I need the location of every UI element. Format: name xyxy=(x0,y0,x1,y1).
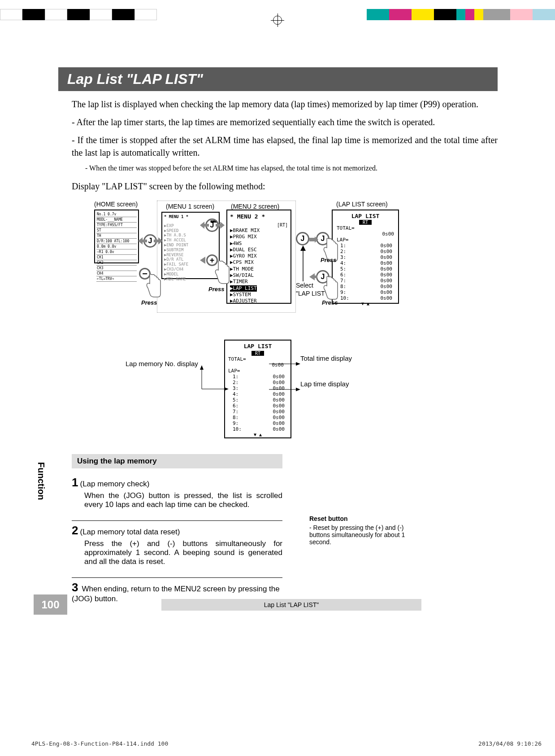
menu2-screen-label: (MENU 2 screen) xyxy=(231,203,279,210)
home-screen-label: (HOME screen) xyxy=(94,201,138,208)
display-method-heading: Display "LAP LIST" screen by the followi… xyxy=(58,181,498,192)
intro-para-1: The lap list is displayed when checking … xyxy=(58,98,498,110)
step-title: (Lap memory total data reset) xyxy=(80,528,180,536)
function-section-tab: Function xyxy=(36,462,46,500)
reset-button-note: Reset button - Reset by pressing the (+)… xyxy=(309,515,426,546)
intro-para-3: - If the timer is stopped after the set … xyxy=(58,134,498,159)
hand-press-icon xyxy=(143,272,164,299)
callout-arrow-icon xyxy=(202,364,229,391)
step-title: (Lap memory check) xyxy=(80,480,149,488)
svg-marker-4 xyxy=(200,257,205,264)
press-label: Press xyxy=(321,257,336,263)
callout-arrow-icon xyxy=(269,384,300,385)
svg-marker-1 xyxy=(154,237,163,245)
svg-marker-14 xyxy=(224,387,229,391)
hand-press-icon xyxy=(212,259,232,286)
callout-total-time: Total time display xyxy=(300,354,352,362)
jog-button-icon: J xyxy=(296,232,309,245)
svg-marker-0 xyxy=(138,237,147,245)
bidir-arrow-icon xyxy=(138,236,163,246)
hand-press-icon xyxy=(321,275,341,302)
up-arrow-line-icon xyxy=(300,245,306,281)
section-title: Lap List "LAP LIST" xyxy=(58,67,498,91)
press-label: Press xyxy=(141,299,157,306)
menu2-screen-mock: * MENU 2 * [RT] ▶BRAKE MIX▶PROG MIX▶4WS▶… xyxy=(226,210,291,304)
page-number-box: 100 xyxy=(34,594,67,615)
laplist-detail-diagram: LAP LIST RT TOTAL= 0s00 LAP= 1:0s002:0s0… xyxy=(72,337,484,445)
using-lap-memory-header: Using the lap memory xyxy=(72,454,282,468)
step-number: 2 xyxy=(72,524,78,537)
menu1-screen-label: (MENU 1 screen) xyxy=(166,203,214,210)
svg-marker-3 xyxy=(216,222,225,229)
laplist-screen-label: (LAP LIST screen) xyxy=(336,201,388,208)
left-bars xyxy=(0,9,157,20)
indd-timestamp: 2013/04/08 9:10:26 xyxy=(478,740,542,747)
step-body: When the (JOG) button is pressed, the li… xyxy=(84,491,282,509)
callout-lap-no: Lap memory No. display xyxy=(126,360,198,367)
step-body: Press the (+) and (-) buttons simultaneo… xyxy=(84,539,282,566)
right-bars xyxy=(367,9,555,20)
reset-body: - Reset by pressing the (+) and (-) butt… xyxy=(309,524,426,546)
left-arrow-icon xyxy=(200,256,206,265)
bidir-arrow-icon xyxy=(200,220,225,231)
callout-lap-time: Lap time display xyxy=(300,380,349,388)
laplist-screen-mock: LAP LIST RT TOTAL= 0s00 LAP= 1:0s002:0s0… xyxy=(332,210,399,304)
svg-marker-6 xyxy=(300,245,306,251)
step-number: 1 xyxy=(72,476,78,489)
right-arrow-icon xyxy=(309,236,318,243)
svg-marker-7 xyxy=(309,236,318,243)
reset-header: Reset button xyxy=(309,515,426,522)
page-number: 100 xyxy=(41,599,59,611)
press-label: Press xyxy=(322,299,338,306)
svg-marker-13 xyxy=(200,365,204,370)
intro-note: - When the timer was stopped before the … xyxy=(58,164,498,172)
footer-title-bar: Lap List "LAP LIST" xyxy=(161,599,421,611)
svg-marker-2 xyxy=(200,222,209,229)
step-number: 3 xyxy=(72,581,78,594)
home-screen-mock: No.1 0.7vMODL-___NAMETYPE:FHSS/FTSTTHD/R… xyxy=(94,210,139,263)
step-2: 2 (Lap memory total data reset) Press th… xyxy=(72,520,282,566)
intro-para-2: - After the lap timer starts, the lap ti… xyxy=(58,116,498,128)
svg-marker-8 xyxy=(309,273,317,280)
svg-marker-10 xyxy=(296,362,300,366)
left-arrow-icon xyxy=(309,272,317,281)
indd-source-file: 4PLS-Eng-08-3-Function-P84-114.indd 100 xyxy=(31,740,168,747)
svg-marker-16 xyxy=(296,388,300,391)
registration-cross-icon xyxy=(271,13,284,27)
step-1: 1 (Lap memory check) When the (JOG) butt… xyxy=(72,473,282,509)
callout-arrow-icon xyxy=(269,358,300,359)
page-content: Lap List "LAP LIST" The lap list is disp… xyxy=(58,67,498,615)
navigation-diagram: (HOME screen) No.1 0.7vMODL-___NAMETYPE:… xyxy=(72,198,484,328)
press-label: Press xyxy=(208,286,224,293)
